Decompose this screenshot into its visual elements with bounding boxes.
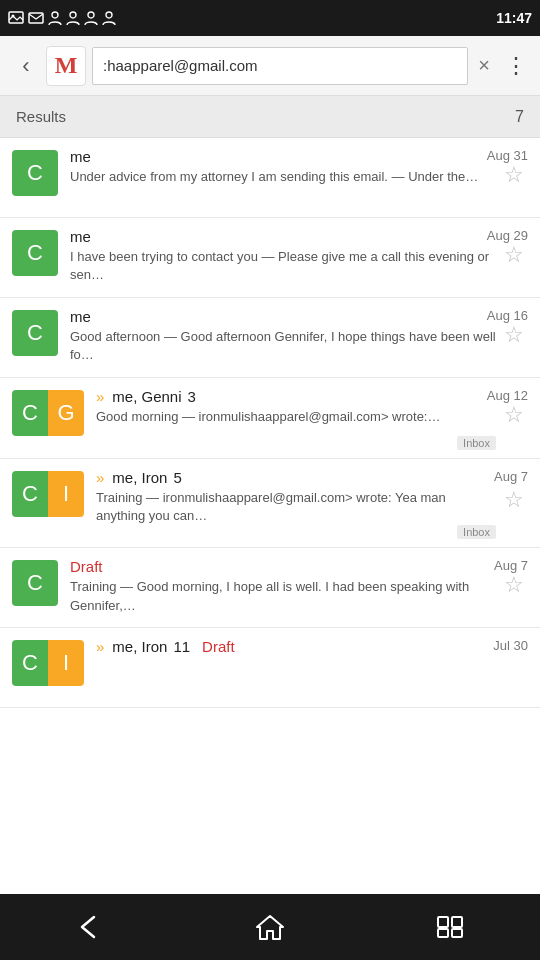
thread-count-5: 5 xyxy=(173,469,181,486)
avatar-7-i: I xyxy=(48,640,84,686)
email-sender-2: me xyxy=(70,228,91,245)
star-button-4[interactable]: ☆ xyxy=(500,401,528,429)
avatar-area-5: C I xyxy=(12,471,84,517)
email-top-7: » me, Iron 11 Draft Jul 30 xyxy=(96,638,528,655)
email-item-4[interactable]: C G » me, Genni 3 Aug 12 Good morning — … xyxy=(0,378,540,459)
thread-count-7: 11 xyxy=(173,638,190,655)
avatar-5-c: C xyxy=(12,471,48,517)
avatar-area-7: C I xyxy=(12,640,84,686)
thread-count-4: 3 xyxy=(188,388,196,405)
email-item-1[interactable]: C me Aug 31 Under advice from my attorne… xyxy=(0,138,540,218)
email-content-6: Draft Aug 7 Training — Good morning, I h… xyxy=(70,558,528,614)
email-top-4: » me, Genni 3 Aug 12 xyxy=(96,388,528,405)
email-sender-4: » me, Genni 3 xyxy=(96,388,196,405)
email-sender-1: me xyxy=(70,148,91,165)
avatar-4-g: G xyxy=(48,390,84,436)
star-button-6[interactable]: ☆ xyxy=(500,571,528,599)
email-item-5[interactable]: C I » me, Iron 5 Aug 7 Training — ironmu… xyxy=(0,459,540,548)
avatar-4-c: C xyxy=(12,390,48,436)
avatar-pair-7: C I xyxy=(12,640,84,686)
email-preview-5: Training — ironmulishaapparel@gmail.com>… xyxy=(96,489,528,525)
email-top-5: » me, Iron 5 Aug 7 xyxy=(96,469,528,486)
avatar-3: C xyxy=(12,310,58,356)
avatar-pair-5: C I xyxy=(12,471,84,517)
avatar-6: C xyxy=(12,560,58,606)
email-content-1: me Aug 31 Under advice from my attorney … xyxy=(70,148,528,186)
avatar-area-2: C xyxy=(12,230,58,276)
email-content-4: » me, Genni 3 Aug 12 Good morning — iron… xyxy=(96,388,528,426)
svg-rect-11 xyxy=(452,929,462,937)
email-preview-2: I have been trying to contact you — Plea… xyxy=(70,248,528,284)
svg-point-6 xyxy=(106,12,112,18)
search-input[interactable]: :haapparel@gmail.com xyxy=(92,47,468,85)
header: ‹ M :haapparel@gmail.com × ⋮ xyxy=(0,36,540,96)
back-nav-button[interactable] xyxy=(60,907,120,947)
results-label: Results xyxy=(16,108,66,125)
avatar-2: C xyxy=(12,230,58,276)
email-preview-1: Under advice from my attorney I am sendi… xyxy=(70,168,528,186)
results-bar: Results 7 xyxy=(0,96,540,138)
email-sender-6: Draft xyxy=(70,558,103,575)
back-nav-icon xyxy=(74,913,106,941)
star-button-3[interactable]: ☆ xyxy=(500,321,528,349)
thread-arrows-5: » xyxy=(96,469,104,486)
inbox-tag-5: Inbox xyxy=(457,525,496,539)
email-sender-7: » me, Iron 11 Draft xyxy=(96,638,235,655)
avatar-pair-4: C G xyxy=(12,390,84,436)
email-preview-4: Good morning — ironmulishaapparel@gmail.… xyxy=(96,408,528,426)
avatar-area-4: C G xyxy=(12,390,84,436)
email-item-6[interactable]: C Draft Aug 7 Training — Good morning, I… xyxy=(0,548,540,628)
recents-nav-icon xyxy=(435,914,465,940)
draft-label-7: Draft xyxy=(202,638,235,655)
email-content-5: » me, Iron 5 Aug 7 Training — ironmulish… xyxy=(96,469,528,525)
avatar-7-c: C xyxy=(12,640,48,686)
home-nav-icon xyxy=(255,913,285,941)
email-item-3[interactable]: C me Aug 16 Good afternoon — Good aftern… xyxy=(0,298,540,378)
star-button-2[interactable]: ☆ xyxy=(500,241,528,269)
person2-icon xyxy=(66,10,80,26)
gmail-logo: M xyxy=(44,44,88,88)
star-button-5[interactable]: ☆ xyxy=(500,486,528,514)
email-preview-3: Good afternoon — Good afternoon Gennifer… xyxy=(70,328,528,364)
back-button[interactable]: ‹ xyxy=(8,48,44,84)
email-icon xyxy=(28,10,44,26)
avatar-1: C xyxy=(12,150,58,196)
email-content-3: me Aug 16 Good afternoon — Good afternoo… xyxy=(70,308,528,364)
avatar-area-1: C xyxy=(12,150,58,196)
svg-rect-8 xyxy=(438,917,448,927)
person4-icon xyxy=(102,10,116,26)
svg-rect-2 xyxy=(29,13,43,23)
email-top-1: me Aug 31 xyxy=(70,148,528,165)
email-list: C me Aug 31 Under advice from my attorne… xyxy=(0,138,540,894)
recents-nav-button[interactable] xyxy=(420,907,480,947)
home-nav-button[interactable] xyxy=(240,907,300,947)
status-icons xyxy=(8,10,116,26)
svg-rect-10 xyxy=(438,929,448,937)
star-button-1[interactable]: ☆ xyxy=(500,161,528,189)
svg-point-4 xyxy=(70,12,76,18)
avatar-area-3: C xyxy=(12,310,58,356)
person3-icon xyxy=(84,10,98,26)
more-options-button[interactable]: ⋮ xyxy=(500,50,532,82)
clear-search-button[interactable]: × xyxy=(468,50,500,82)
svg-point-3 xyxy=(52,12,58,18)
svg-marker-7 xyxy=(257,916,283,939)
email-content-7: » me, Iron 11 Draft Jul 30 xyxy=(96,638,528,658)
email-content-2: me Aug 29 I have been trying to contact … xyxy=(70,228,528,284)
thread-arrows-7: » xyxy=(96,638,104,655)
inbox-tag-4: Inbox xyxy=(457,436,496,450)
svg-point-5 xyxy=(88,12,94,18)
email-top-6: Draft Aug 7 xyxy=(70,558,528,575)
email-top-3: me Aug 16 xyxy=(70,308,528,325)
email-top-2: me Aug 29 xyxy=(70,228,528,245)
email-item-2[interactable]: C me Aug 29 I have been trying to contac… xyxy=(0,218,540,298)
email-sender-5: » me, Iron 5 xyxy=(96,469,182,486)
status-bar: 11:47 xyxy=(0,0,540,36)
email-date-7: Jul 30 xyxy=(493,638,528,653)
avatar-area-6: C xyxy=(12,560,58,606)
avatar-5-i: I xyxy=(48,471,84,517)
email-item-7[interactable]: C I » me, Iron 11 Draft Jul 30 xyxy=(0,628,540,708)
email-date-5: Aug 7 xyxy=(494,469,528,484)
email-preview-6: Training — Good morning, I hope all is w… xyxy=(70,578,528,614)
person1-icon xyxy=(48,10,62,26)
